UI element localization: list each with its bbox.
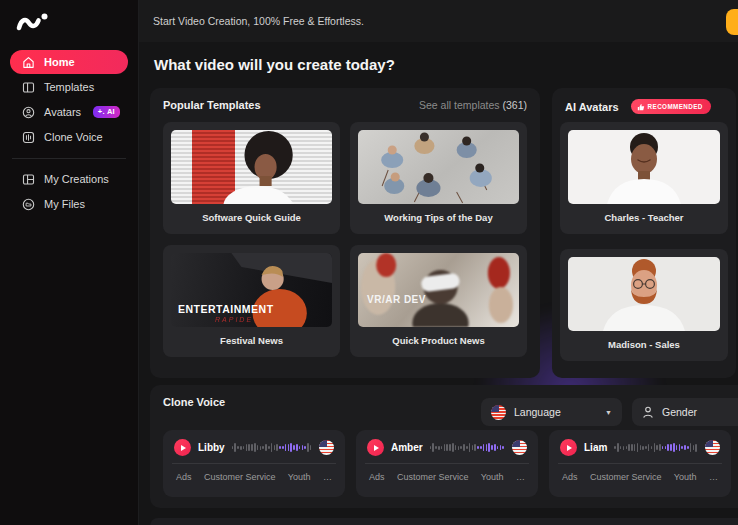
sidebar-item-label: My Files bbox=[44, 198, 85, 210]
voice-tag: Ads bbox=[176, 472, 192, 482]
more-tags-button[interactable]: … bbox=[323, 472, 332, 482]
see-all-templates-link[interactable]: See all templates (361) bbox=[419, 99, 527, 111]
voice-tag: Youth bbox=[674, 472, 697, 482]
avatar-card-charles[interactable]: Charles - Teacher bbox=[560, 122, 728, 234]
clone-voice-section: Clone Voice Language ▼ Gender Libby bbox=[150, 385, 738, 508]
play-icon bbox=[374, 445, 379, 451]
divider bbox=[365, 463, 529, 464]
promo-text: Start Video Creation, 100% Free & Effort… bbox=[153, 15, 364, 27]
template-card-festival-news[interactable]: ENTERTAINMENT RAPIDE Festival News bbox=[163, 245, 340, 357]
sidebar-item-label: Avatars bbox=[44, 106, 81, 118]
language-filter-label: Language bbox=[514, 406, 561, 418]
recommended-badge: RECOMMENDED bbox=[631, 99, 711, 114]
voice-waveform bbox=[232, 441, 312, 455]
us-flag-icon bbox=[512, 440, 527, 455]
voice-card-liam[interactable]: Liam Ads Customer Service Youth … bbox=[549, 430, 731, 497]
us-flag-icon bbox=[319, 440, 334, 455]
more-tags-button[interactable]: … bbox=[709, 472, 718, 482]
sidebar-item-clone-voice[interactable]: Clone Voice bbox=[10, 125, 128, 149]
sidebar-item-avatars[interactable]: Avatars +. AI bbox=[10, 100, 128, 124]
charles-avatar-illustration bbox=[568, 130, 720, 204]
avatar-name: Madison - Sales bbox=[568, 339, 720, 350]
group-meeting-illustration bbox=[358, 130, 519, 204]
gender-filter-dropdown[interactable]: Gender bbox=[632, 398, 738, 426]
template-card-working-tips[interactable]: Working Tips of the Day bbox=[350, 122, 527, 234]
upgrade-cta-button[interactable] bbox=[726, 9, 738, 35]
divider bbox=[558, 463, 722, 464]
woman-portrait-illustration bbox=[171, 130, 332, 204]
template-title: Festival News bbox=[171, 335, 332, 346]
play-voice-button[interactable] bbox=[174, 439, 191, 456]
play-voice-button[interactable] bbox=[367, 439, 384, 456]
language-filter-dropdown[interactable]: Language ▼ bbox=[481, 398, 622, 426]
template-card-quick-product-news[interactable]: VR/AR DEV Quick Product News bbox=[350, 245, 527, 357]
creations-icon bbox=[22, 173, 35, 186]
template-thumbnail bbox=[171, 130, 332, 204]
template-title: Working Tips of the Day bbox=[358, 212, 519, 223]
voice-tags: Ads Customer Service Youth … bbox=[560, 472, 720, 482]
voice-tag: Youth bbox=[288, 472, 311, 482]
template-grid: Software Quick Guide bbox=[163, 122, 527, 357]
play-icon bbox=[567, 445, 572, 451]
voice-name: Amber bbox=[391, 442, 423, 453]
chevron-down-icon: ▼ bbox=[605, 409, 612, 416]
voice-card-amber[interactable]: Amber Ads Customer Service Youth … bbox=[356, 430, 538, 497]
ai-avatars-section: AI Avatars RECOMMENDED bbox=[552, 88, 736, 378]
home-icon bbox=[22, 56, 35, 69]
section-title: AI Avatars bbox=[565, 101, 619, 113]
sidebar-item-my-creations[interactable]: My Creations bbox=[10, 167, 128, 191]
sidebar-item-home[interactable]: Home bbox=[10, 50, 128, 74]
avatar-card-madison[interactable]: Madison - Sales bbox=[560, 249, 728, 361]
next-section-peek bbox=[150, 518, 738, 525]
play-icon bbox=[181, 445, 186, 451]
files-icon bbox=[22, 198, 35, 211]
popular-templates-header: Popular Templates See all templates (361… bbox=[150, 88, 540, 111]
voice-tag: Customer Service bbox=[590, 472, 662, 482]
madison-avatar-illustration bbox=[568, 257, 720, 331]
avatar-name: Charles - Teacher bbox=[568, 212, 720, 223]
thumbs-up-icon bbox=[637, 103, 645, 111]
sidebar-nav: Home Templates Avatars +. AI bbox=[0, 50, 138, 217]
more-tags-button[interactable]: … bbox=[516, 472, 525, 482]
voice-waveform bbox=[614, 441, 698, 455]
ai-avatars-header: AI Avatars RECOMMENDED bbox=[552, 88, 736, 114]
voice-tag: Ads bbox=[369, 472, 385, 482]
voice-tag: Ads bbox=[562, 472, 578, 482]
template-card-software-quick-guide[interactable]: Software Quick Guide bbox=[163, 122, 340, 234]
avatar-icon bbox=[22, 106, 35, 119]
us-flag-icon bbox=[705, 440, 720, 455]
sidebar-item-label: Home bbox=[44, 56, 75, 68]
thumbnail-overlay-subtext: RAPIDE bbox=[215, 316, 253, 323]
voice-tags: Ads Customer Service Youth … bbox=[174, 472, 334, 482]
templates-icon bbox=[22, 81, 35, 94]
voice-tag: Customer Service bbox=[397, 472, 469, 482]
sidebar-item-label: Templates bbox=[44, 81, 94, 93]
voice-clone-icon bbox=[22, 131, 35, 144]
app-logo-icon bbox=[15, 9, 51, 35]
popular-templates-section: Popular Templates See all templates (361… bbox=[150, 88, 540, 378]
voice-card-row: Libby Ads Customer Service Youth … Amber bbox=[163, 430, 731, 497]
vr-headset-illustration bbox=[358, 253, 519, 327]
section-title: Popular Templates bbox=[163, 99, 261, 111]
voice-tag: Youth bbox=[481, 472, 504, 482]
template-title: Quick Product News bbox=[358, 335, 519, 346]
avatar-photo bbox=[568, 130, 720, 204]
voice-waveform bbox=[430, 441, 505, 455]
template-thumbnail: ENTERTAINMENT RAPIDE bbox=[171, 253, 332, 327]
voice-card-libby[interactable]: Libby Ads Customer Service Youth … bbox=[163, 430, 345, 497]
thumbnail-overlay-text: ENTERTAINMENT bbox=[178, 303, 274, 315]
play-voice-button[interactable] bbox=[560, 439, 577, 456]
sidebar-item-my-files[interactable]: My Files bbox=[10, 192, 128, 216]
voice-name: Liam bbox=[584, 442, 607, 453]
sidebar: Home Templates Avatars +. AI bbox=[0, 0, 139, 525]
page-title: What video will you create today? bbox=[154, 56, 395, 73]
template-thumbnail bbox=[358, 130, 519, 204]
template-thumbnail: VR/AR DEV bbox=[358, 253, 519, 327]
sidebar-item-label: My Creations bbox=[44, 173, 109, 185]
voice-tag: Customer Service bbox=[204, 472, 276, 482]
avatar-list: Charles - Teacher Madison - Sales bbox=[560, 122, 728, 361]
topbar: Start Video Creation, 100% Free & Effort… bbox=[139, 0, 738, 42]
sidebar-item-templates[interactable]: Templates bbox=[10, 75, 128, 99]
gender-filter-label: Gender bbox=[662, 406, 697, 418]
app-window: Home Templates Avatars +. AI bbox=[0, 0, 738, 525]
